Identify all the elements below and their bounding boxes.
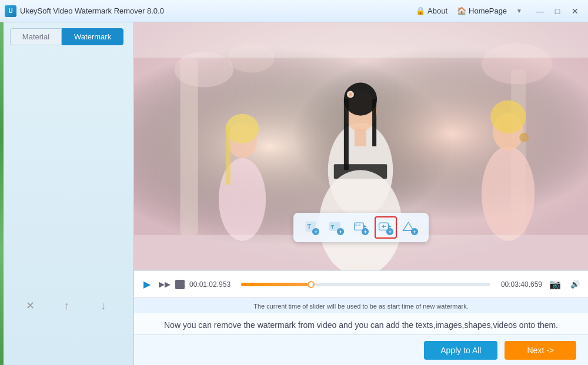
tab-buttons: Material Watermark: [10, 28, 123, 45]
progress-fill: [241, 283, 311, 286]
move-down-button[interactable]: ↓: [94, 296, 113, 315]
lock-icon: 🔒: [416, 6, 425, 16]
content-area: T + T +: [134, 22, 588, 365]
title-bar: U UkeySoft Video Watermark Remover 8.0.0…: [0, 0, 588, 22]
svg-point-12: [344, 82, 377, 115]
close-button[interactable]: ✕: [567, 3, 583, 19]
about-label: About: [427, 6, 447, 15]
set-time-button[interactable]: +: [375, 216, 397, 239]
svg-text:+: +: [339, 229, 342, 235]
app-icon: U: [5, 5, 16, 17]
svg-rect-26: [134, 22, 588, 58]
watermark-tab[interactable]: Watermark: [62, 28, 123, 45]
svg-rect-13: [344, 99, 349, 170]
svg-rect-39: [359, 225, 361, 226]
delete-item-button[interactable]: ✕: [21, 296, 40, 315]
maximize-button[interactable]: □: [549, 3, 566, 19]
sidebar: Material Watermark ✕ ↑ ↓: [0, 22, 134, 365]
svg-rect-15: [355, 129, 366, 146]
dropdown-arrow-icon[interactable]: ▼: [516, 8, 522, 14]
svg-point-20: [226, 114, 259, 143]
info-message: Now you can remove the watermark from vi…: [146, 320, 576, 330]
video-preview: T + T +: [134, 22, 588, 270]
svg-rect-38: [355, 225, 358, 226]
about-nav[interactable]: 🔒 About: [416, 6, 447, 16]
slider-tooltip-text: The current time of slider will be used …: [253, 303, 469, 310]
next-button[interactable]: Next ->: [505, 341, 576, 360]
svg-point-17: [349, 93, 352, 96]
title-left: U UkeySoft Video Watermark Remover 8.0.0: [5, 5, 164, 17]
progress-bar[interactable]: [241, 283, 490, 286]
minimize-button[interactable]: —: [532, 3, 548, 19]
step-forward-button[interactable]: ▶▶: [159, 279, 171, 290]
homepage-nav[interactable]: 🏠 HomePage: [457, 6, 507, 16]
svg-point-18: [219, 158, 266, 241]
add-image-button[interactable]: T +: [325, 216, 348, 239]
app-title: UkeySoft Video Watermark Remover 8.0.0: [20, 6, 164, 15]
volume-button[interactable]: 🔊: [568, 277, 582, 292]
svg-marker-43: [388, 225, 391, 228]
progress-thumb[interactable]: [308, 281, 315, 288]
add-text-button[interactable]: T +: [300, 216, 323, 239]
video-toolbar: T + T +: [293, 213, 429, 242]
info-text-bar: Now you can remove the watermark from vi…: [134, 313, 588, 334]
screenshot-button[interactable]: 📷: [547, 277, 563, 292]
bottom-bar: Apply to All Next ->: [134, 334, 588, 365]
play-button[interactable]: ▶: [140, 277, 154, 292]
home-icon: 🏠: [457, 6, 466, 16]
move-up-button[interactable]: ↑: [58, 296, 76, 315]
svg-text:+: +: [413, 229, 416, 235]
svg-text:+: +: [363, 229, 367, 235]
add-video-button[interactable]: +: [350, 216, 372, 239]
svg-text:T: T: [307, 223, 311, 230]
svg-rect-14: [372, 99, 376, 146]
title-right: 🔒 About 🏠 HomePage ▼ — □ ✕: [416, 3, 583, 19]
svg-rect-21: [226, 126, 230, 185]
svg-point-22: [482, 146, 534, 241]
stop-button[interactable]: [175, 280, 185, 289]
svg-marker-37: [363, 225, 366, 228]
svg-text:+: +: [314, 229, 318, 235]
svg-point-24: [490, 101, 526, 133]
main-layout: Material Watermark ✕ ↑ ↓: [0, 22, 588, 365]
homepage-label: HomePage: [469, 6, 507, 15]
svg-point-25: [519, 133, 529, 142]
current-time: 00:01:02.953: [189, 280, 236, 289]
material-tab[interactable]: Material: [10, 28, 62, 45]
end-time: 00:03:40.659: [495, 280, 542, 289]
svg-text:+: +: [388, 229, 392, 235]
svg-rect-36: [355, 223, 364, 230]
apply-to-all-button[interactable]: Apply to All: [424, 341, 497, 360]
svg-text:T: T: [330, 223, 334, 230]
playback-bar: ▶ ▶▶ 00:01:02.953 00:03:40.659 📷 🔊: [134, 270, 588, 297]
window-controls: — □ ✕: [532, 3, 583, 19]
sidebar-action-buttons: ✕ ↑ ↓: [21, 296, 113, 315]
add-shape-button[interactable]: +: [399, 216, 422, 239]
